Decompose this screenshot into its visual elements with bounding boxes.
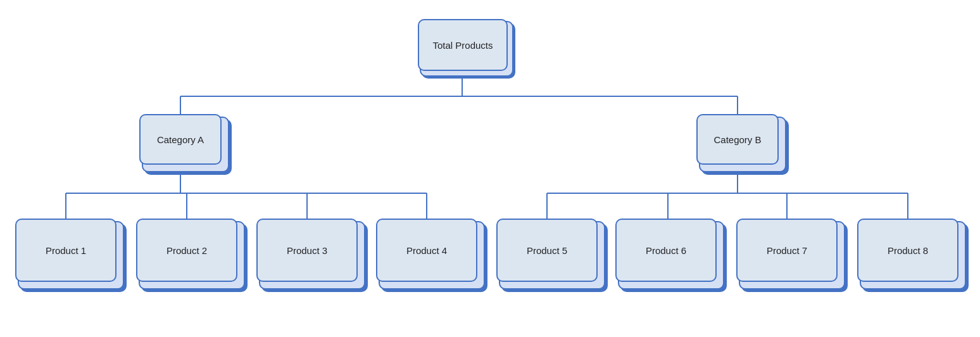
product-7-node: Product 7 — [736, 219, 843, 287]
card-label: Product 7 — [736, 219, 838, 282]
card-label: Product 2 — [136, 219, 237, 282]
product-5-node: Product 5 — [496, 219, 603, 287]
product-3-node: Product 3 — [256, 219, 363, 287]
tree-diagram: Total Products Category A Category B Pro… — [0, 0, 980, 337]
card-label: Product 1 — [15, 219, 116, 282]
root-node: Total Products — [418, 19, 512, 75]
card-label: Product 4 — [376, 219, 477, 282]
card-label: Product 8 — [857, 219, 958, 282]
category-a-node: Category A — [139, 114, 227, 170]
card-label: Category B — [696, 114, 779, 165]
product-2-node: Product 2 — [136, 219, 242, 287]
card-label: Product 5 — [496, 219, 598, 282]
product-8-node: Product 8 — [857, 219, 964, 287]
card-label: Product 3 — [256, 219, 358, 282]
card-label: Total Products — [418, 19, 508, 71]
card-label: Product 6 — [615, 219, 717, 282]
product-1-node: Product 1 — [15, 219, 122, 287]
category-b-node: Category B — [696, 114, 784, 170]
product-6-node: Product 6 — [615, 219, 722, 287]
product-4-node: Product 4 — [376, 219, 482, 287]
card-label: Category A — [139, 114, 222, 165]
